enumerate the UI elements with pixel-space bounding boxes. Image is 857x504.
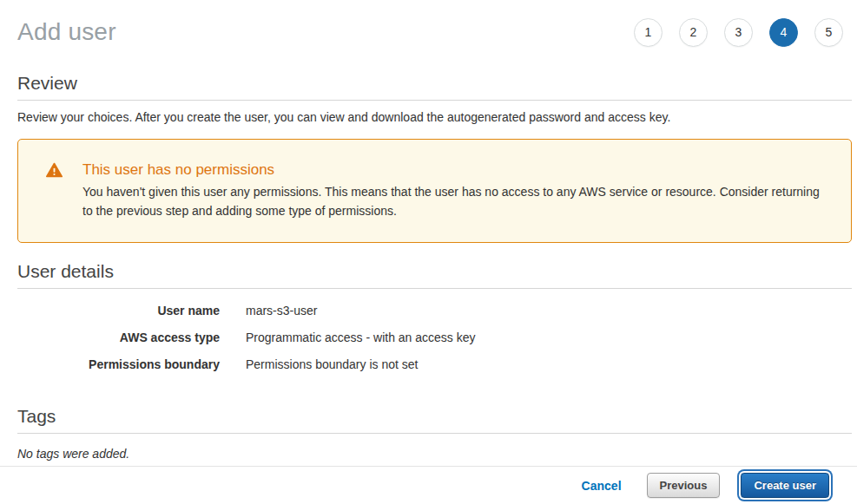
step-indicator: 1 2 3 4 5: [634, 18, 843, 47]
review-description: Review your choices. After you create th…: [17, 110, 852, 124]
no-permissions-warning: This user has no permissions You haven't…: [17, 139, 852, 243]
step-indicator-4: 4: [769, 18, 798, 47]
step-indicator-5: 5: [814, 18, 843, 47]
permissions-boundary-label: Permissions boundary: [17, 356, 220, 374]
step-indicator-3: 3: [724, 18, 753, 47]
wizard-header: Add user 1 2 3 4 5: [0, 0, 857, 50]
warning-body: You haven't given this user any permissi…: [82, 182, 825, 220]
step-indicator-1: 1: [634, 18, 663, 47]
user-details-heading: User details: [17, 261, 852, 289]
table-row: User name mars-s3-user: [17, 302, 852, 320]
page-title: Add user: [17, 18, 116, 46]
table-row: AWS access type Programmatic access - wi…: [17, 329, 852, 347]
warning-title: This user has no permissions: [82, 161, 825, 179]
access-type-label: AWS access type: [17, 329, 220, 347]
wizard-footer: Cancel Previous Create user: [0, 466, 857, 504]
create-user-button[interactable]: Create user: [741, 473, 829, 498]
previous-button[interactable]: Previous: [647, 473, 721, 498]
access-type-value: Programmatic access - with an access key: [246, 329, 476, 347]
user-name-value: mars-s3-user: [246, 302, 317, 320]
tags-heading: Tags: [17, 406, 852, 434]
user-details-section: User details User name mars-s3-user AWS …: [17, 261, 852, 374]
review-section: Review Review your choices. After you cr…: [17, 73, 852, 124]
review-heading: Review: [17, 73, 852, 101]
step-indicator-2: 2: [679, 18, 708, 47]
table-row: Permissions boundary Permissions boundar…: [17, 356, 852, 374]
cancel-link[interactable]: Cancel: [582, 479, 622, 493]
tags-section: Tags No tags were added.: [17, 406, 852, 461]
wizard-content: Review Review your choices. After you cr…: [0, 50, 857, 466]
user-name-label: User name: [17, 302, 220, 320]
permissions-boundary-value: Permissions boundary is not set: [246, 356, 418, 374]
user-details-rows: User name mars-s3-user AWS access type P…: [17, 302, 852, 374]
tags-empty-text: No tags were added.: [17, 447, 852, 461]
warning-triangle-icon: [46, 162, 63, 178]
warning-text-block: This user has no permissions You haven't…: [82, 161, 825, 220]
